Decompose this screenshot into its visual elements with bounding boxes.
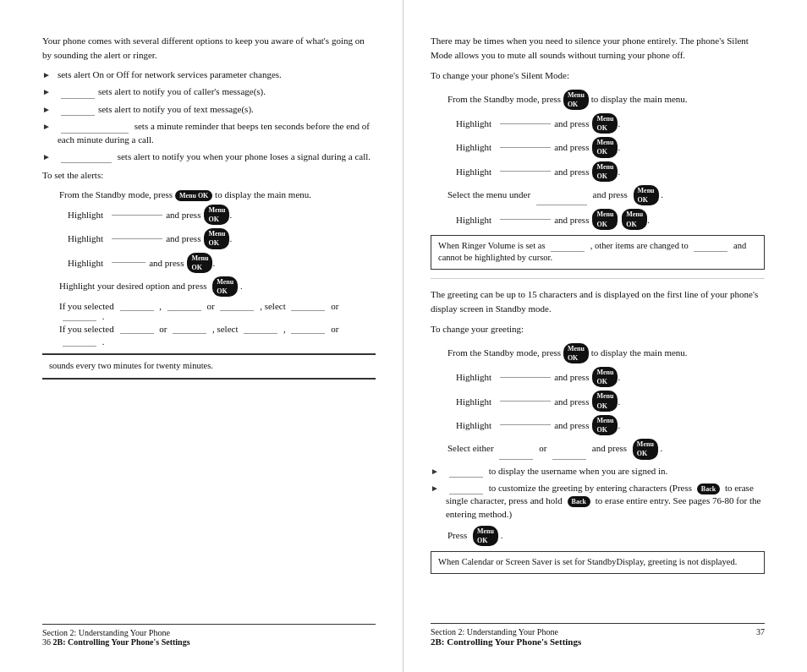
menu-ok-button: MenuOK (592, 137, 618, 157)
left-footer: Section 2: Understanding Your Phone 36 2… (42, 624, 376, 647)
highlight-label: Highlight (456, 142, 491, 152)
highlight-label: Highlight (68, 258, 103, 268)
highlight-label: Highlight (456, 215, 491, 225)
list-item: ► to display the username when you are s… (431, 465, 765, 478)
highlight-label: Highlight (456, 118, 491, 128)
right-highlight-last: Highlight and press MenuOK MenuOK . (431, 209, 765, 229)
left-column: Your phone comes with several different … (0, 0, 404, 672)
highlight-label: Highlight (68, 210, 103, 220)
menu-ok-button: MenuOK (633, 439, 658, 459)
right-standby-instruction: From the Standby mode, press MenuOK to d… (431, 90, 765, 110)
blank (173, 333, 206, 334)
blank (120, 333, 154, 334)
and-press-text: and press (554, 118, 589, 128)
blank (167, 310, 201, 311)
left-intro: Your phone comes with several different … (42, 34, 376, 62)
bullet-text: to customize the greeting by entering ch… (446, 482, 765, 521)
highlight-row-2: Highlight and press MenuOK . (42, 228, 376, 249)
right-highlight-row-3: Highlight and press MenuOK . (431, 161, 765, 182)
highlight-row-1: Highlight and press MenuOK . (42, 205, 376, 225)
left-content: Your phone comes with several different … (42, 34, 376, 624)
section-label: Section 2: Understanding Your Phone (431, 627, 581, 636)
bullet-text: to display the username when you are sig… (446, 465, 765, 478)
menu-ok-button: MenuOK (204, 228, 229, 249)
greeting-highlight-row-2: Highlight and press MenuOK . (431, 391, 765, 411)
and-press-text: and press (554, 167, 589, 177)
blank (244, 333, 277, 334)
menu-ok-button: MenuOK (212, 276, 238, 297)
change-greeting-label: To change your greeting: (431, 322, 765, 336)
menu-ok-button: MenuOK (187, 253, 212, 273)
highlight-label: Highlight (456, 420, 491, 430)
highlight-desired-row: Highlight your desired option and press … (42, 276, 376, 297)
section-divider (431, 278, 765, 279)
list-item: ► sets a minute reminder that beeps ten … (42, 120, 376, 146)
highlight-blank (500, 123, 551, 124)
and-press-text: and press (554, 142, 589, 152)
highlight-desired-text: Highlight your desired option and press (59, 281, 206, 291)
highlight-blank (500, 424, 551, 425)
blank (120, 310, 154, 311)
and-press-text: and press (166, 210, 200, 220)
standby-text: From the Standby mode, press (447, 93, 561, 103)
highlight-row-3: Highlight and press MenuOK . (42, 253, 376, 273)
and-press-text: and press (554, 215, 589, 225)
list-item: ► sets alert On or Off for network servi… (42, 68, 376, 81)
menu-ok-button: MenuOK (473, 526, 498, 546)
right-footer-section: Section 2: Understanding Your Phone 2B: … (431, 627, 581, 647)
blank (499, 459, 533, 460)
bullet-text: sets alert On or Off for network service… (58, 68, 376, 81)
menu-ok-button: MenuOK (622, 209, 647, 229)
menu-ok-button: MenuOK (592, 367, 618, 387)
bullet-text: sets alert to notify you of text message… (58, 103, 376, 116)
standby-suffix: to display the main menu. (591, 347, 688, 357)
page-title: 2B: Controlling Your Phone's Settings (431, 636, 581, 647)
blank (63, 320, 96, 321)
blank (291, 310, 325, 311)
menu-ok-button: MenuOK (592, 209, 618, 229)
info-box: sounds every two minutes for twenty minu… (42, 353, 376, 380)
right-column: There may be times when you need to sile… (404, 0, 807, 672)
highlight-label: Highlight (456, 167, 491, 177)
bullet-arrow-icon: ► (431, 466, 439, 478)
press-row: Press MenuOK . (431, 526, 765, 546)
highlight-label: Highlight (456, 372, 491, 382)
menu-ok-button: MenuOK (592, 161, 618, 182)
highlight-blank (112, 215, 162, 216)
bullet-arrow-icon: ► (42, 151, 51, 163)
bullet-text: sets alert to notify you when your phone… (58, 150, 376, 163)
menu-ok-button: MenuOK (204, 205, 229, 225)
section-label: Section 2: Understanding Your Phone (42, 628, 190, 637)
highlight-blank (500, 147, 551, 148)
if-selected-rows: If you selected , or , select or . If yo… (42, 301, 376, 347)
blank (552, 459, 586, 460)
bullet-arrow-icon: ► (431, 483, 439, 494)
highlight-blank (112, 238, 162, 239)
info-box-text: sounds every two minutes for twenty minu… (49, 361, 213, 370)
calendar-note-text: When Calendar or Screen Saver is set for… (438, 557, 737, 566)
greeting-highlight-row-3: Highlight and press MenuOK . (431, 415, 765, 435)
highlight-blank (500, 377, 551, 378)
menu-ok-button: MenuOK (592, 391, 618, 411)
menu-ok-button: MenuOK (563, 90, 589, 110)
back-button: Back (568, 496, 590, 507)
page-num: 37 (756, 627, 765, 636)
bullet-arrow-icon: ► (42, 104, 51, 116)
highlight-blank (500, 171, 551, 172)
blank (220, 310, 254, 311)
list-item: ► to customize the greeting by entering … (431, 482, 765, 521)
menu-ok-button: MenuOK (592, 113, 618, 134)
page-title: 2B: Controlling Your Phone's Settings (53, 637, 190, 647)
greeting-highlight-row-1: Highlight and press MenuOK . (431, 367, 765, 387)
bullet-arrow-icon: ► (42, 86, 51, 98)
right-footer: Section 2: Understanding Your Phone 2B: … (431, 623, 765, 647)
greeting-standby: From the Standby mode, press MenuOK to d… (431, 343, 765, 363)
standby-instruction: From the Standby mode, press Menu OK to … (42, 189, 376, 201)
select-menu-row: Select the menu under and press MenuOK . (431, 185, 765, 205)
if-selected-row-1: If you selected , or , select or . (59, 301, 376, 321)
bullet-arrow-icon: ► (42, 121, 51, 133)
ringer-note-text: When Ringer Volume is set as (438, 241, 545, 250)
back-button: Back (697, 484, 720, 494)
standby-suffix: to display the main menu. (215, 189, 311, 199)
highlight-label: Highlight (456, 396, 491, 407)
